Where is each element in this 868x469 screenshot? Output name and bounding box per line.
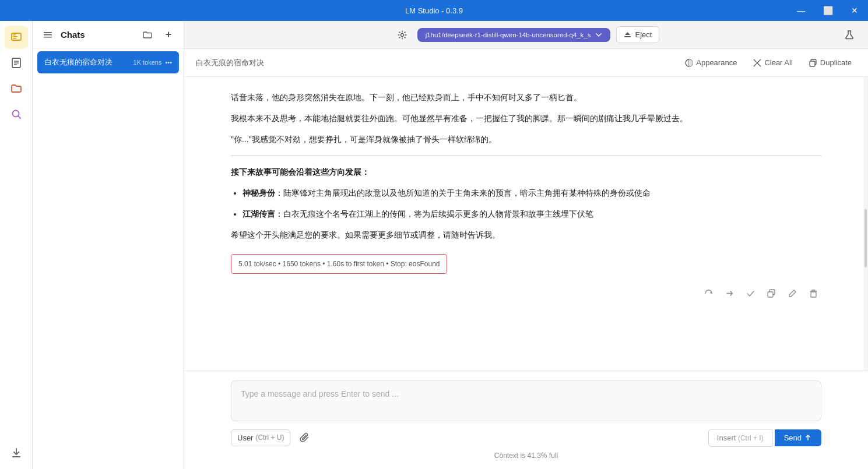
app-body: Chats + 白衣无痕的宿命对决 1K tokens ••• bbox=[0, 21, 868, 469]
svg-rect-2 bbox=[13, 36, 17, 37]
sidebar-item-folder[interactable] bbox=[5, 77, 28, 100]
chat-item-menu[interactable]: ••• bbox=[165, 59, 172, 66]
svg-line-9 bbox=[18, 116, 20, 118]
paragraph-3: "你..."我感觉不对劲，想要挣扎，可是浑身就像被抽了骨头一样软绵绵的。 bbox=[231, 133, 821, 147]
user-button[interactable]: User (Ctrl + U) bbox=[231, 429, 290, 446]
bullet-term-2: 江湖传言 bbox=[243, 209, 275, 218]
delete-icon[interactable] bbox=[805, 285, 821, 302]
download-button[interactable] bbox=[5, 441, 28, 464]
chat-header: 白衣无痕的宿命对决 Appearance Clear All bbox=[184, 49, 868, 77]
chat-sidebar: Chats + 白衣无痕的宿命对决 1K tokens ••• bbox=[33, 21, 184, 469]
model-name: j1hu1/deepseek-r1-distill-qwen-14b-uncen… bbox=[426, 31, 591, 38]
chat-sidebar-header: Chats + bbox=[33, 21, 184, 49]
chat-breadcrumb: 白衣无痕的宿命对决 bbox=[196, 58, 680, 68]
scrollbar-thumb[interactable] bbox=[865, 209, 867, 267]
context-info: Context is 41.3% full bbox=[231, 452, 821, 460]
app-title: LM Studio - 0.3.9 bbox=[405, 6, 463, 15]
chat-item[interactable]: 白衣无痕的宿命对决 1K tokens ••• bbox=[37, 51, 179, 73]
user-label: User bbox=[237, 433, 253, 442]
bullet-text-1: 陆寒锋对主角展现出的敌意以及他所知道的关于主角未来的预言，暗示主角拥有某种特殊的… bbox=[283, 188, 651, 198]
input-area: Type a message and press Enter to send .… bbox=[184, 371, 868, 469]
paragraph-1: 话音未落，他的身形突然消失在原地。下一刻，他已经欺身而上，手中不知何时又多了一柄… bbox=[231, 91, 821, 105]
svg-rect-11 bbox=[44, 32, 52, 33]
svg-rect-1 bbox=[13, 34, 16, 36]
toolbar-right: Appearance Clear All Duplicate bbox=[680, 56, 856, 69]
svg-rect-19 bbox=[810, 61, 815, 66]
message-content: 话音未落，他的身形突然消失在原地。下一刻，他已经欺身而上，手中不知何时又多了一柄… bbox=[231, 91, 821, 283]
sidebar-toggle-button[interactable] bbox=[40, 27, 56, 43]
message-input[interactable]: Type a message and press Enter to send .… bbox=[231, 380, 821, 421]
add-chat-button[interactable]: + bbox=[160, 27, 177, 43]
sidebar-item-search[interactable] bbox=[5, 103, 28, 126]
bullet-text-2: 白衣无痕这个名号在江湖上的传闻，将为后续揭示更多的人物背景和故事主线埋下伏笔 bbox=[283, 209, 593, 218]
svg-rect-15 bbox=[624, 36, 631, 37]
input-placeholder: Type a message and press Enter to send .… bbox=[241, 389, 399, 399]
forward-icon[interactable] bbox=[721, 285, 737, 302]
bullet-list: 神秘身份：陆寒锋对主角展现出的敌意以及他所知道的关于主角未来的预言，暗示主角拥有… bbox=[231, 186, 821, 221]
svg-rect-12 bbox=[44, 34, 52, 36]
paragraph-2: 我根本来不及思考，本能地抬腿就要往外面跑。可他显然早有准备，一把握住了我的脚踝。… bbox=[231, 112, 821, 126]
send-button-group: Insert (Ctrl + I) Send bbox=[708, 429, 821, 447]
closing-text: 希望这个开头能满足您的要求。如果需要更多细节或调整，请随时告诉我。 bbox=[231, 228, 821, 242]
clear-all-button[interactable]: Clear All bbox=[748, 56, 797, 69]
appearance-label: Appearance bbox=[696, 58, 737, 67]
duplicate-button[interactable]: Duplicate bbox=[804, 56, 856, 69]
clear-all-label: Clear All bbox=[764, 58, 792, 67]
scrollbar-track[interactable] bbox=[863, 77, 868, 371]
svg-rect-21 bbox=[768, 292, 773, 297]
eject-label: Eject bbox=[635, 30, 652, 39]
settings-button[interactable] bbox=[393, 26, 412, 44]
chat-item-tokens: 1K tokens bbox=[133, 59, 162, 66]
duplicate-label: Duplicate bbox=[820, 58, 852, 67]
main-content: j1hu1/deepseek-r1-distill-qwen-14b-uncen… bbox=[184, 21, 868, 469]
new-folder-button[interactable] bbox=[139, 27, 156, 43]
edit-icon[interactable] bbox=[784, 285, 800, 302]
insert-button[interactable]: Insert (Ctrl + I) bbox=[708, 429, 772, 447]
bullet-term-1: 神秘身份 bbox=[243, 188, 275, 198]
svg-rect-3 bbox=[13, 38, 16, 39]
sidebar-item-notes[interactable] bbox=[5, 51, 28, 75]
refresh-icon[interactable] bbox=[700, 285, 716, 302]
close-button[interactable]: ✕ bbox=[841, 0, 868, 21]
stats-box: 5.01 tok/sec • 1650 tokens • 1.60s to fi… bbox=[231, 254, 447, 274]
checkmark-icon[interactable] bbox=[742, 285, 758, 302]
user-shortcut: (Ctrl + U) bbox=[255, 433, 284, 442]
attach-button[interactable] bbox=[295, 428, 314, 447]
svg-point-14 bbox=[400, 33, 403, 36]
input-footer: User (Ctrl + U) Insert (Ctrl + I) Send bbox=[231, 428, 821, 447]
chats-title: Chats bbox=[61, 30, 135, 40]
window-controls: — ⬜ ✕ bbox=[788, 0, 868, 21]
model-toolbar: j1hu1/deepseek-r1-distill-qwen-14b-uncen… bbox=[184, 21, 868, 49]
stats-text: 5.01 tok/sec • 1650 tokens • 1.60s to fi… bbox=[238, 260, 440, 268]
bullet-item-2: 江湖传言：白衣无痕这个名号在江湖上的传闻，将为后续揭示更多的人物背景和故事主线埋… bbox=[243, 207, 821, 221]
messages-area[interactable]: 话音未落，他的身形突然消失在原地。下一刻，他已经欺身而上，手中不知何时又多了一柄… bbox=[184, 77, 868, 371]
copy-icon[interactable] bbox=[763, 285, 779, 302]
sidebar-item-chat[interactable] bbox=[5, 26, 28, 49]
titlebar: LM Studio - 0.3.9 — ⬜ ✕ bbox=[0, 0, 868, 21]
svg-rect-22 bbox=[811, 292, 816, 297]
maximize-button[interactable]: ⬜ bbox=[814, 0, 841, 21]
chat-item-title: 白衣无痕的宿命对决 bbox=[44, 57, 113, 68]
chat-item-meta: 1K tokens ••• bbox=[133, 59, 172, 66]
section-title: 接下来故事可能会沿着这些方向发展： bbox=[231, 165, 821, 179]
divider bbox=[231, 156, 821, 156]
eject-button[interactable]: Eject bbox=[616, 26, 659, 43]
model-selector[interactable]: j1hu1/deepseek-r1-distill-qwen-14b-uncen… bbox=[417, 28, 611, 42]
minimize-button[interactable]: — bbox=[788, 0, 814, 21]
appearance-button[interactable]: Appearance bbox=[680, 56, 742, 69]
flask-button[interactable] bbox=[840, 26, 859, 44]
action-icons bbox=[231, 285, 821, 302]
send-main-button[interactable]: Send bbox=[775, 429, 821, 446]
svg-rect-13 bbox=[44, 37, 52, 38]
icon-sidebar bbox=[0, 21, 33, 469]
bullet-item-1: 神秘身份：陆寒锋对主角展现出的敌意以及他所知道的关于主角未来的预言，暗示主角拥有… bbox=[243, 186, 821, 200]
